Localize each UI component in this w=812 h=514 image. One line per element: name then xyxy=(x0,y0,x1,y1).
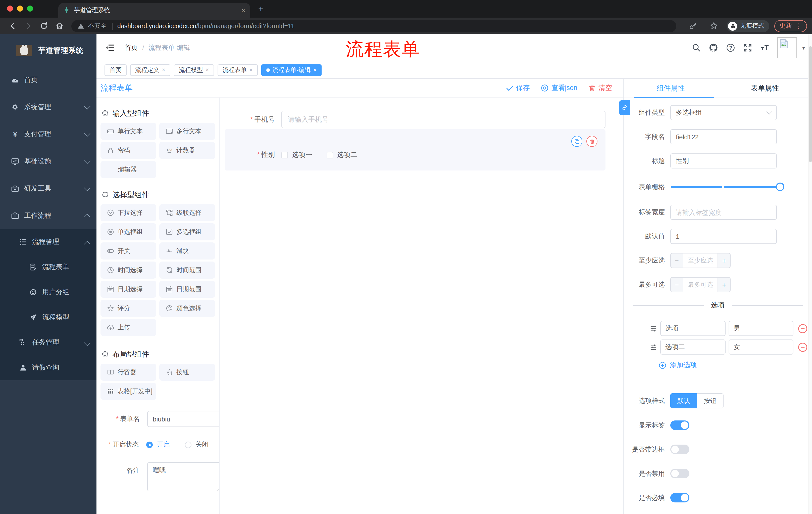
palette-item-editor[interactable]: 编辑器 xyxy=(100,161,156,178)
browser-menu-kebab-icon[interactable]: ⋮ xyxy=(795,23,802,29)
maximize-window-button[interactable] xyxy=(27,5,33,11)
palette-item-cascader[interactable]: 级联选择 xyxy=(159,204,215,221)
label-width-input[interactable] xyxy=(670,205,777,220)
form-grid-slider[interactable] xyxy=(671,186,780,188)
tab-process-model[interactable]: 流程模型 × xyxy=(174,64,214,76)
help-icon[interactable]: ? xyxy=(726,43,735,52)
font-size-icon[interactable] xyxy=(760,43,770,52)
field-name-input[interactable] xyxy=(670,129,777,144)
add-option-button[interactable]: 添加选项 xyxy=(659,360,812,370)
browser-tab-close-icon[interactable]: × xyxy=(241,7,245,13)
disabled-toggle[interactable] xyxy=(670,469,689,478)
stepper-increase-button[interactable]: + xyxy=(718,253,730,268)
palette-item-time-range[interactable]: 时间范围 xyxy=(159,262,215,279)
slider-handle[interactable] xyxy=(776,183,784,191)
palette-item-button[interactable]: 按钮 xyxy=(159,363,215,381)
option1-value-input[interactable] xyxy=(729,321,793,336)
status-off-label[interactable]: 关闭 xyxy=(196,440,208,449)
min-select-placeholder[interactable]: 至少应选 xyxy=(684,253,718,268)
gender-option2-label[interactable]: 选项二 xyxy=(337,151,357,159)
breadcrumb-home[interactable]: 首页 xyxy=(125,43,138,52)
default-value-input[interactable] xyxy=(670,229,777,244)
copy-component-button[interactable] xyxy=(571,136,582,147)
sidebar-item-user-group[interactable]: 用户分组 xyxy=(0,280,96,305)
sidebar-item-leave-query[interactable]: 请假查询 xyxy=(0,355,96,380)
stepper-decrease-button[interactable]: − xyxy=(671,278,684,292)
palette-item-counter[interactable]: 123 计数器 xyxy=(159,142,215,159)
drag-handle-icon[interactable] xyxy=(650,343,657,351)
sidebar-item-system[interactable]: 系统管理 xyxy=(0,93,96,121)
sidebar-item-process-management[interactable]: 流程管理 xyxy=(0,229,96,254)
component-type-select[interactable]: 多选框组 xyxy=(670,105,777,120)
gender-option1-checkbox[interactable] xyxy=(281,152,288,158)
sidebar-item-home[interactable]: 首页 xyxy=(0,66,96,93)
sidebar-item-process-model[interactable]: 流程模型 xyxy=(0,305,96,330)
sidebar-item-infra[interactable]: 基础设施 xyxy=(0,148,96,175)
remove-option-button[interactable] xyxy=(798,342,808,352)
style-default-button[interactable]: 默认 xyxy=(670,393,697,408)
stepper-decrease-button[interactable]: − xyxy=(671,253,684,268)
tab-close-icon[interactable]: × xyxy=(162,67,165,73)
scrollbar-thumb[interactable] xyxy=(809,46,812,162)
form-remark-textarea[interactable]: 嘿嘿 xyxy=(147,462,220,491)
palette-item-multi-text[interactable]: 多行文本 xyxy=(159,123,215,140)
form-canvas[interactable]: 手机号 xyxy=(220,98,623,514)
form-name-input[interactable] xyxy=(147,411,220,427)
tab-process-definition[interactable]: 流程定义 × xyxy=(130,64,170,76)
style-button-button[interactable]: 按钮 xyxy=(697,393,724,408)
tab-home[interactable]: 首页 xyxy=(105,64,127,76)
avatar[interactable] xyxy=(778,37,797,58)
view-json-button[interactable]: 查看json xyxy=(541,83,577,92)
drag-handle-icon[interactable] xyxy=(650,325,657,332)
palette-item-row-container[interactable]: 行容器 xyxy=(100,363,156,381)
stepper-increase-button[interactable]: + xyxy=(718,278,730,292)
password-key-icon[interactable] xyxy=(689,22,697,30)
browser-tab[interactable]: 芋道管理系统 × xyxy=(58,3,250,18)
remove-option-button[interactable] xyxy=(798,324,808,333)
github-icon[interactable] xyxy=(709,43,718,52)
palette-item-upload[interactable]: 上传 xyxy=(100,319,156,336)
phone-input[interactable] xyxy=(281,111,606,128)
palette-item-single-text[interactable]: 单行文本 xyxy=(100,123,156,140)
with-border-toggle[interactable] xyxy=(670,444,689,454)
required-toggle[interactable] xyxy=(670,493,689,503)
palette-item-password[interactable]: 密码 xyxy=(100,142,156,159)
avatar-caret-icon[interactable]: ▾ xyxy=(802,45,805,51)
sidebar-item-payment[interactable]: ¥ 支付管理 xyxy=(0,121,96,148)
tab-close-icon[interactable]: × xyxy=(313,67,317,73)
minimize-window-button[interactable] xyxy=(17,5,23,11)
close-window-button[interactable] xyxy=(7,5,13,11)
palette-item-table[interactable]: 表格[开发中] xyxy=(100,383,156,400)
option2-label-input[interactable] xyxy=(660,340,726,355)
palette-item-radio-group[interactable]: 单选框组 xyxy=(100,223,156,240)
browser-update-button[interactable]: 更新 ⋮ xyxy=(774,20,807,32)
palette-item-date-picker[interactable]: 日期选择 xyxy=(100,281,156,298)
max-select-placeholder[interactable]: 最多可选 xyxy=(684,278,718,292)
palette-item-select[interactable]: 下拉选择 xyxy=(100,204,156,221)
tab-close-icon[interactable]: × xyxy=(205,67,209,73)
save-button[interactable]: 保存 xyxy=(506,83,530,92)
delete-component-button[interactable] xyxy=(586,136,598,147)
status-on-label[interactable]: 开启 xyxy=(157,440,170,449)
sidebar-item-devtools[interactable]: 研发工具 xyxy=(0,175,96,202)
page-scrollbar[interactable] xyxy=(808,34,812,514)
collapse-sidebar-icon[interactable] xyxy=(106,44,115,52)
search-icon[interactable] xyxy=(692,43,701,52)
tab-close-icon[interactable]: × xyxy=(249,67,253,73)
forward-icon[interactable] xyxy=(24,22,33,30)
home-icon[interactable] xyxy=(55,22,64,30)
status-on-radio[interactable] xyxy=(146,441,153,448)
palette-item-time-picker[interactable]: 时间选择 xyxy=(100,262,156,279)
palette-item-date-range[interactable]: 日期范围 xyxy=(159,281,215,298)
tab-process-form-edit-active[interactable]: 流程表单-编辑 × xyxy=(261,64,322,76)
reload-icon[interactable] xyxy=(40,22,48,30)
palette-item-checkbox-group[interactable]: 多选框组 xyxy=(159,223,215,240)
palette-item-color-picker[interactable]: 颜色选择 xyxy=(159,300,215,317)
link-affix-button[interactable] xyxy=(619,100,630,115)
gender-option1-label[interactable]: 选项一 xyxy=(292,151,312,159)
sidebar-item-task-management[interactable]: 任务管理 xyxy=(0,330,96,355)
bookmark-star-icon[interactable] xyxy=(709,22,718,30)
tab-process-form[interactable]: 流程表单 × xyxy=(218,64,258,76)
option2-value-input[interactable] xyxy=(729,340,793,355)
sidebar-item-process-form[interactable]: 流程表单 xyxy=(0,254,96,280)
